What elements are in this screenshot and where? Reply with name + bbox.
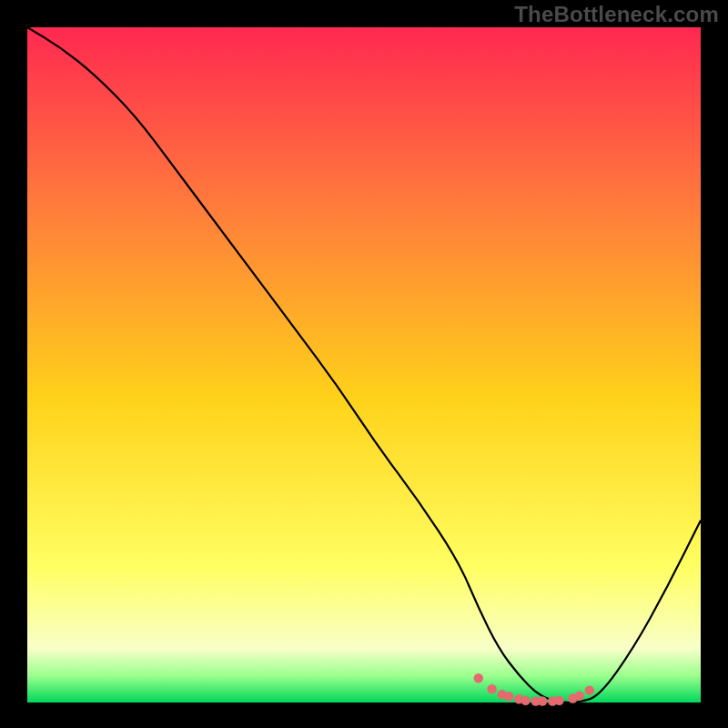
sweet-spot-point	[504, 692, 513, 701]
plot-area	[27, 27, 701, 703]
sweet-spot-point	[474, 673, 483, 682]
watermark-text: TheBottleneck.com	[514, 2, 719, 27]
sweet-spot-point	[487, 684, 496, 693]
sweet-spot-point	[538, 696, 547, 705]
sweet-spot-point	[585, 685, 594, 694]
sweet-spot-point	[575, 691, 584, 700]
sweet-spot-point	[554, 696, 563, 705]
bottleneck-chart: TheBottleneck.com	[0, 0, 728, 728]
chart-svg	[0, 0, 728, 728]
sweet-spot-point	[521, 696, 530, 705]
